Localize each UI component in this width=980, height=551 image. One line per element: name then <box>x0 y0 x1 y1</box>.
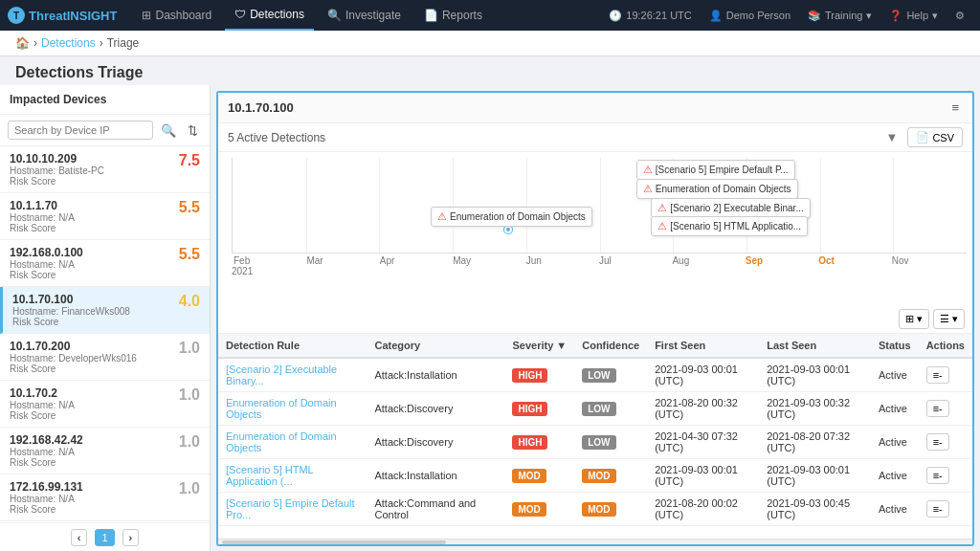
nav-training[interactable]: 📚 Training ▾ <box>800 0 880 31</box>
horizontal-scrollbar[interactable] <box>218 539 972 544</box>
nav-investigate[interactable]: 🔍 Investigate <box>318 0 411 31</box>
severity-sort-icon: ▼ <box>556 340 567 351</box>
nav-dashboard[interactable]: ⊞ Dashboard <box>132 0 221 31</box>
device-item[interactable]: 192.168.42.42 Hostname: N/A Risk Score 1… <box>0 428 210 474</box>
panel-menu-button[interactable]: ≡ <box>947 99 963 117</box>
threat-icon-4: ⚠ <box>657 202 667 214</box>
cell-confidence: LOW <box>574 426 647 459</box>
threat-icon-1: ⚠ <box>437 210 447 223</box>
device-ip: 10.1.70.200 <box>10 340 179 353</box>
device-info: 10.1.1.70 Hostname: N/A Risk Score <box>10 199 179 233</box>
column-view-button[interactable]: ⊞ ▾ <box>899 309 929 329</box>
next-page-button[interactable]: › <box>122 529 140 546</box>
device-item[interactable]: 10.1.1.70 Hostname: N/A Risk Score 5.5 <box>0 193 210 240</box>
current-page-button[interactable]: 1 <box>95 529 114 546</box>
device-risk-label: Risk Score <box>10 176 179 187</box>
confidence-badge: LOW <box>582 435 615 450</box>
detection-panel: 10.1.70.100 ≡ 5 Active Detections ▼ 📄 CS… <box>216 91 974 546</box>
nav-detections[interactable]: 🛡 Detections <box>225 0 314 31</box>
timeline-year: 2021 <box>228 266 963 276</box>
timeline-box-2[interactable]: ⚠ [Scenario 5] Empire Default P... <box>636 160 795 180</box>
nav-user[interactable]: 👤 Demo Person <box>702 0 798 31</box>
logo-icon: T <box>8 7 25 24</box>
col-header-category[interactable]: Category <box>367 334 504 358</box>
cell-first-seen: 2021-09-03 00:01 (UTC) <box>647 358 759 392</box>
col-header-severity[interactable]: Severity ▼ <box>504 334 574 358</box>
row-view-button[interactable]: ☰ ▾ <box>933 309 965 329</box>
nav-help[interactable]: ❓ Help ▾ <box>881 0 946 31</box>
cell-rule: [Scenario 5] Empire Default Pro... <box>218 493 367 526</box>
cell-severity: HIGH <box>504 358 574 392</box>
device-item[interactable]: 10.1.70.200 Hostname: DeveloperWks016 Ri… <box>0 334 210 381</box>
device-item[interactable]: 192.168.0.100 Hostname: N/A Risk Score 5… <box>0 240 210 287</box>
logo: T ThreatINSIGHT <box>8 7 117 24</box>
threat-icon-5: ⚠ <box>657 220 667 232</box>
confidence-badge: MOD <box>582 502 615 517</box>
col-header-status[interactable]: Status <box>871 334 919 358</box>
col-header-first-seen[interactable]: First Seen <box>647 334 759 358</box>
search-button[interactable]: 🔍 <box>157 121 180 140</box>
device-risk-label: Risk Score <box>12 317 179 327</box>
action-menu-button[interactable]: ≡- <box>926 500 949 518</box>
device-hostname: Hostname: Batiste-PC <box>10 165 179 176</box>
rule-link[interactable]: Enumeration of Domain Objects <box>226 397 337 420</box>
clock-icon: 🕐 <box>609 10 622 22</box>
sidebar: Impacted Devices 🔍 ⇅ ▼ 10.10.10.209 Host… <box>0 85 211 551</box>
device-risk-label: Risk Score <box>10 504 179 515</box>
action-menu-button[interactable]: ≡- <box>926 433 949 451</box>
device-risk-score: 5.5 <box>179 246 200 263</box>
col-header-last-seen[interactable]: Last Seen <box>759 334 871 358</box>
dashboard-icon: ⊞ <box>142 9 151 22</box>
breadcrumb-separator: › <box>33 36 37 50</box>
timeline-box-3[interactable]: ⚠ Enumeration of Domain Objects <box>636 179 798 199</box>
cell-last-seen: 2021-09-03 00:01 (UTC) <box>759 459 871 493</box>
rule-link[interactable]: [Scenario 5] Empire Default Pro... <box>226 497 355 520</box>
rule-link[interactable]: [Scenario 5] HTML Application (... <box>226 464 313 487</box>
month-may: May <box>451 255 523 266</box>
table-row: [Scenario 5] HTML Application (... Attac… <box>218 459 972 493</box>
timeline-box-1[interactable]: ⚠ Enumeration of Domain Objects <box>431 207 592 227</box>
cell-first-seen: 2021-08-20 00:32 (UTC) <box>647 392 759 426</box>
nav-settings[interactable]: ⚙ <box>947 0 972 31</box>
action-menu-button[interactable]: ≡- <box>926 467 949 484</box>
prev-page-button[interactable]: ‹ <box>71 529 88 546</box>
device-item[interactable]: 10.1.70.100 Hostname: FinanceWks008 Risk… <box>0 287 210 334</box>
cell-actions: ≡- <box>919 459 972 493</box>
device-risk-label: Risk Score <box>10 364 179 374</box>
device-item[interactable]: 10.1.70.2 Hostname: N/A Risk Score 1.0 <box>0 381 210 428</box>
device-item[interactable]: 172.16.99.131 Hostname: N/A Risk Score 1… <box>0 474 210 521</box>
cell-rule: [Scenario 5] HTML Application (... <box>218 459 367 493</box>
home-icon[interactable]: 🏠 <box>15 36 30 50</box>
cell-first-seen: 2021-08-20 00:02 (UTC) <box>647 493 759 526</box>
detections-table-wrapper: Detection Rule Category Severity ▼ Confi… <box>218 334 972 539</box>
cell-category: Attack:Discovery <box>367 392 504 426</box>
timeline-box-4[interactable]: ⚠ [Scenario 2] Executable Binar... <box>651 198 811 218</box>
breadcrumb-separator2: › <box>100 36 103 50</box>
breadcrumb-detections[interactable]: Detections <box>41 36 96 50</box>
rule-link[interactable]: Enumeration of Domain Objects <box>226 430 337 453</box>
cell-confidence: MOD <box>574 459 647 493</box>
col-header-confidence[interactable]: Confidence <box>574 334 647 358</box>
cell-confidence: MOD <box>574 493 647 526</box>
sort-button[interactable]: ⇅ <box>184 121 202 140</box>
help-icon: ❓ <box>889 10 902 22</box>
timeline-months: Feb Mar Apr May Jun Jul Aug Sep Oct Nov <box>228 255 963 266</box>
main-content: 10.1.70.100 ≡ 5 Active Detections ▼ 📄 CS… <box>211 85 980 551</box>
table-row: [Scenario 5] Empire Default Pro... Attac… <box>218 493 972 526</box>
severity-badge: HIGH <box>512 368 547 383</box>
col-header-actions[interactable]: Actions <box>919 334 972 358</box>
csv-export-button[interactable]: 📄 CSV <box>907 127 963 147</box>
cell-actions: ≡- <box>919 426 972 459</box>
month-feb: Feb <box>232 255 304 266</box>
rule-link[interactable]: [Scenario 2] Executable Binary... <box>226 364 337 386</box>
device-risk-score: 5.5 <box>179 199 200 216</box>
col-header-rule[interactable]: Detection Rule <box>218 334 367 358</box>
action-menu-button[interactable]: ≡- <box>926 366 949 384</box>
table-body: [Scenario 2] Executable Binary... Attack… <box>218 358 972 526</box>
device-item[interactable]: 10.10.10.209 Hostname: Batiste-PC Risk S… <box>0 146 210 193</box>
search-input[interactable] <box>8 121 153 140</box>
timeline-filter-button[interactable]: ▼ <box>882 128 902 146</box>
action-menu-button[interactable]: ≡- <box>926 400 949 417</box>
timeline-box-5[interactable]: ⚠ [Scenario 5] HTML Applicatio... <box>651 216 808 236</box>
nav-reports[interactable]: 📄 Reports <box>414 0 492 31</box>
